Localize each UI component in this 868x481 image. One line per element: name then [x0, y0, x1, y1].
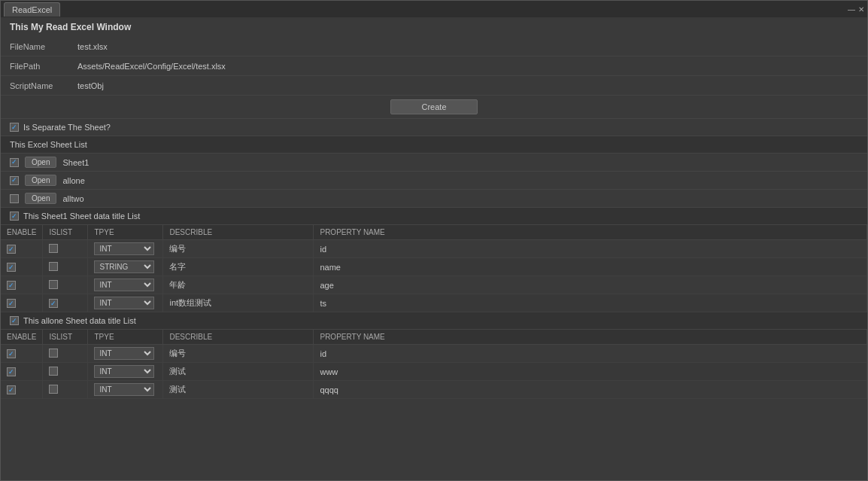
open-button-1[interactable]: Open [25, 175, 56, 186]
sheet1-descr-2: 年龄 [163, 276, 314, 294]
title-bar: ReadExcel — ✕ [1, 1, 867, 17]
sheet-list: Open Sheet1 Open allone Open alltwo [1, 154, 867, 208]
filepath-label: FilePath [10, 62, 77, 71]
allone-data-checkbox[interactable] [10, 316, 19, 325]
sheet1-row-0: INTSTRINGFLOATBOOLLONG编号id [1, 240, 867, 258]
close-icon[interactable]: ✕ [858, 5, 864, 14]
sheet1-col-type: TPYE [88, 225, 163, 240]
title-bar-controls: — ✕ [848, 5, 864, 14]
sheet-item-0: Open Sheet1 [1, 154, 867, 172]
sheet-name-2: alltwo [62, 194, 83, 203]
sheet1-enable-cb-0[interactable] [7, 245, 16, 254]
sheet1-islist-cb-2[interactable] [49, 280, 58, 289]
allone-type-select-0[interactable]: INTSTRINGFLOATBOOLLONG [94, 347, 154, 360]
sheet1-enable-cb-2[interactable] [7, 281, 16, 290]
sheet1-type-select-0[interactable]: INTSTRINGFLOATBOOLLONG [94, 242, 154, 255]
sheet1-data-table: ENABLE ISLIST TPYE DESCRIBLE PROPERTY NA… [1, 225, 867, 312]
create-button-row: Create [1, 96, 867, 119]
allone-col-type: TPYE [88, 330, 163, 345]
minimize-icon[interactable]: — [848, 5, 855, 14]
allone-row-1: INTSTRINGFLOATBOOLLONG测试www [1, 363, 867, 381]
sheet-list-header: This Excel Sheet List [1, 136, 867, 154]
sheet1-data-checkbox[interactable] [10, 212, 19, 221]
allone-islist-cb-2[interactable] [49, 385, 58, 394]
allone-enable-cb-1[interactable] [7, 367, 16, 376]
separate-sheet-label: Is Separate The Sheet? [23, 123, 111, 132]
allone-descr-2: 测试 [163, 381, 314, 399]
allone-type-select-1[interactable]: INTSTRINGFLOATBOOLLONG [94, 365, 154, 378]
open-button-2[interactable]: Open [25, 193, 56, 204]
sheet1-col-enable: ENABLE [1, 225, 43, 240]
content-area: This My Read Excel Window FileName test.… [1, 17, 867, 480]
sheet1-col-islist: ISLIST [43, 225, 88, 240]
sheet1-enable-cb-3[interactable] [7, 299, 16, 308]
sheet1-descr-1: 名字 [163, 258, 314, 276]
allone-descr-1: 测试 [163, 363, 314, 381]
filename-label: FileName [10, 42, 77, 51]
allone-col-islist: ISLIST [43, 330, 88, 345]
sheet1-type-select-1[interactable]: INTSTRINGFLOATBOOLLONG [94, 260, 154, 273]
allone-prop-0: id [314, 345, 867, 363]
sheet1-type-select-3[interactable]: INTSTRINGFLOATBOOLLONG [94, 297, 154, 309]
allone-enable-cb-0[interactable] [7, 349, 16, 358]
sheet1-prop-2: age [314, 276, 867, 294]
sheet1-islist-cb-1[interactable] [49, 262, 58, 271]
sheet1-prop-1: name [314, 258, 867, 276]
allone-prop-1: www [314, 363, 867, 381]
sheet1-table-wrapper: ENABLE ISLIST TPYE DESCRIBLE PROPERTY NA… [1, 225, 867, 312]
sheet1-islist-cb-3[interactable] [49, 299, 58, 308]
allone-data-table: ENABLE ISLIST TPYE DESCRIBLE PROPERTY NA… [1, 330, 867, 399]
create-button[interactable]: Create [390, 99, 477, 114]
sheet1-descr-0: 编号 [163, 240, 314, 258]
allone-descr-0: 编号 [163, 345, 314, 363]
sheet-item-1: Open allone [1, 172, 867, 190]
allone-data-title: This allone Sheet data title List [23, 316, 136, 325]
allone-col-prop: PROPERTY NAME [314, 330, 867, 345]
filepath-row: FilePath Assets/ReadExcel/Config/Excel/t… [1, 56, 867, 76]
separate-sheet-row: Is Separate The Sheet? [1, 119, 867, 136]
sheet1-prop-3: ts [314, 294, 867, 312]
sheet1-row-3: INTSTRINGFLOATBOOLLONGint数组测试ts [1, 294, 867, 312]
sheet1-islist-cb-0[interactable] [49, 244, 58, 253]
sheet1-descr-3: int数组测试 [163, 294, 314, 312]
filename-value: test.xlsx [77, 42, 108, 51]
sheet-name-0: Sheet1 [62, 158, 89, 167]
allone-table-wrapper: ENABLE ISLIST TPYE DESCRIBLE PROPERTY NA… [1, 330, 867, 399]
sheet-checkbox-2[interactable] [10, 194, 19, 203]
allone-row-2: INTSTRINGFLOATBOOLLONG测试qqqq [1, 381, 867, 399]
sheet-checkbox-0[interactable] [10, 158, 19, 167]
read-excel-tab[interactable]: ReadExcel [4, 2, 60, 17]
sheet-list-title: This Excel Sheet List [10, 140, 87, 149]
sheet1-prop-0: id [314, 240, 867, 258]
sheet1-row-2: INTSTRINGFLOATBOOLLONG年龄age [1, 276, 867, 294]
open-button-0[interactable]: Open [25, 157, 56, 168]
allone-prop-2: qqqq [314, 381, 867, 399]
tab-area: ReadExcel [4, 2, 60, 17]
window-title: This My Read Excel Window [1, 17, 867, 37]
sheet-item-2: Open alltwo [1, 190, 867, 208]
scriptname-value: testObj [77, 81, 104, 90]
allone-type-select-2[interactable]: INTSTRINGFLOATBOOLLONG [94, 383, 154, 396]
allone-data-header: This allone Sheet data title List [1, 312, 867, 330]
allone-col-descr: DESCRIBLE [163, 330, 314, 345]
sheet1-col-descr: DESCRIBLE [163, 225, 314, 240]
allone-islist-cb-0[interactable] [49, 349, 58, 358]
sheet-name-1: allone [62, 176, 84, 185]
sheet-checkbox-1[interactable] [10, 176, 19, 185]
sheet1-data-title: This Sheet1 Sheet data title List [23, 212, 140, 221]
sheet1-col-prop: PROPERTY NAME [314, 225, 867, 240]
scriptname-label: ScriptName [10, 81, 77, 90]
separate-sheet-checkbox[interactable] [10, 123, 19, 132]
sheet1-type-select-2[interactable]: INTSTRINGFLOATBOOLLONG [94, 279, 154, 291]
main-window: ReadExcel — ✕ This My Read Excel Window … [0, 0, 868, 481]
allone-islist-cb-1[interactable] [49, 367, 58, 376]
sheet1-row-1: INTSTRINGFLOATBOOLLONG名字name [1, 258, 867, 276]
allone-col-enable: ENABLE [1, 330, 43, 345]
allone-enable-cb-2[interactable] [7, 385, 16, 394]
filepath-value: Assets/ReadExcel/Config/Excel/test.xlsx [77, 62, 226, 71]
filename-row: FileName test.xlsx [1, 37, 867, 56]
allone-row-0: INTSTRINGFLOATBOOLLONG编号id [1, 345, 867, 363]
sheet1-enable-cb-1[interactable] [7, 263, 16, 272]
sheet1-data-header: This Sheet1 Sheet data title List [1, 208, 867, 225]
scriptname-row: ScriptName testObj [1, 76, 867, 96]
